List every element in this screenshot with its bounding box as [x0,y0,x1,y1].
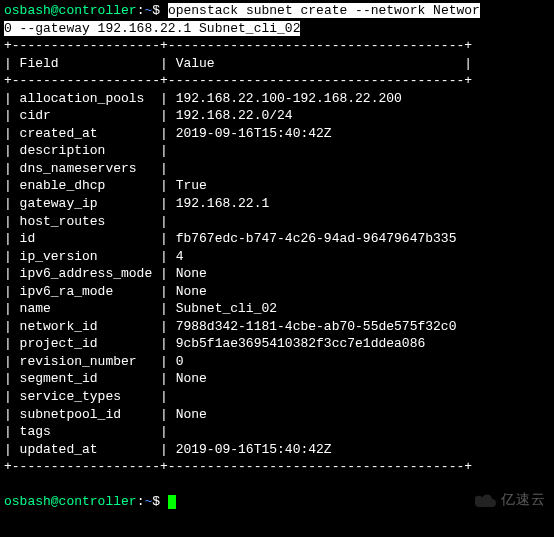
table-row: | dns_nameservers | [4,160,550,178]
table-row: | allocation_pools | 192.168.22.100-192.… [4,90,550,108]
table-row: | ipv6_ra_mode | None [4,283,550,301]
blank-line [4,476,550,494]
table-border-mid: +-------------------+-------------------… [4,72,550,90]
table-row: | description | [4,142,550,160]
table-row: | revision_number | 0 [4,353,550,371]
space-2 [160,494,168,509]
table-border-bottom: +-------------------+-------------------… [4,458,550,476]
table-row: | enable_dhcp | True [4,177,550,195]
table-row: | host_routes | [4,213,550,231]
command-continuation: 0 --gateway 192.168.22.1 Subnet_cli_02 [4,20,550,38]
command-line-2: 0 --gateway 192.168.22.1 Subnet_cli_02 [4,21,300,36]
cursor [168,495,176,509]
table-row: | created_at | 2019-09-16T15:40:42Z [4,125,550,143]
table-row: | cidr | 192.168.22.0/24 [4,107,550,125]
table-row: | updated_at | 2019-09-16T15:40:42Z [4,441,550,459]
table-row: | network_id | 7988d342-1181-4cbe-ab70-5… [4,318,550,336]
table-row: | subnetpool_id | None [4,406,550,424]
table-row: | segment_id | None [4,370,550,388]
table-row: | tags | [4,423,550,441]
prompt-line-2: osbash@controller:~$ [4,493,550,511]
terminal[interactable]: osbash@controller:~$ openstack subnet cr… [4,2,550,511]
table-header-value: Value [176,56,215,71]
table-border-top: +-------------------+-------------------… [4,37,550,55]
prompt-user-host: osbash@controller [4,3,137,18]
table-header-field: Field [20,56,59,71]
table-row: | service_types | [4,388,550,406]
table-row: | id | fb767edc-b747-4c26-94ad-96479647b… [4,230,550,248]
table-row: | ip_version | 4 [4,248,550,266]
table-row: | name | Subnet_cli_02 [4,300,550,318]
table-row: | ipv6_address_mode | None [4,265,550,283]
table-row: | project_id | 9cb5f1ae3695410382f3cc7e1… [4,335,550,353]
prompt-symbol-2: $ [152,494,160,509]
table-row: | gateway_ip | 192.168.22.1 [4,195,550,213]
command-line-1: openstack subnet create --network Networ [168,3,480,18]
prompt-symbol: $ [152,3,160,18]
table-header-row: | Field | Value | [4,55,550,73]
space [160,3,168,18]
prompt-line-1: osbash@controller:~$ openstack subnet cr… [4,2,550,20]
prompt-user-host-2: osbash@controller [4,494,137,509]
table-body: | allocation_pools | 192.168.22.100-192.… [4,90,550,458]
